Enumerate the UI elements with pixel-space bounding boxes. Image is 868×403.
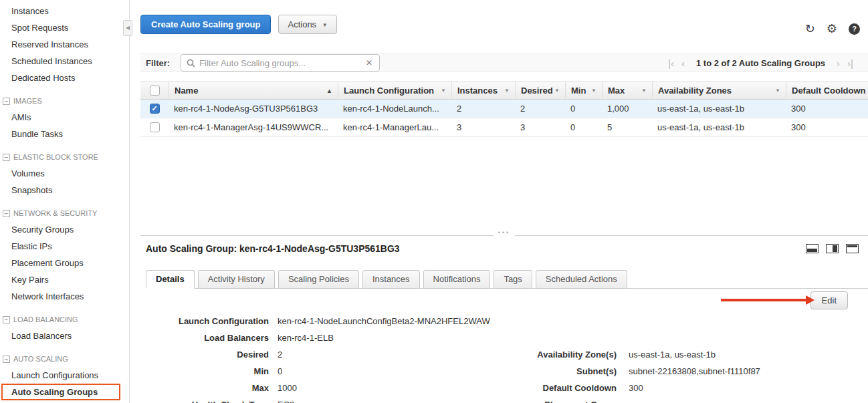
create-auto-scaling-group-button[interactable]: Create Auto Scaling group bbox=[140, 15, 271, 34]
chevron-down-icon: ▼ bbox=[591, 88, 596, 94]
column-header-availability-zones[interactable]: Availability Zones ▼ bbox=[652, 82, 786, 99]
column-header-default-cooldown[interactable]: Default Cooldown bbox=[786, 82, 868, 99]
field-launch-configuration: Launch Configuration ken-rc4-1-NodeLaunc… bbox=[140, 313, 515, 329]
gear-icon[interactable]: ⚙ bbox=[827, 23, 837, 35]
cell-min: 0 bbox=[565, 100, 602, 118]
sidebar-section-network-security[interactable]: − NETWORK & SECURITY bbox=[0, 205, 124, 221]
tab-activity-history[interactable]: Activity History bbox=[198, 270, 275, 289]
column-header-max[interactable]: Max ▼ bbox=[602, 82, 652, 99]
field-value: EC2 bbox=[278, 400, 294, 403]
field-label: Min bbox=[140, 366, 269, 376]
layout-side-pane-icon[interactable] bbox=[826, 244, 839, 253]
sidebar-section-images[interactable]: − IMAGES bbox=[0, 93, 124, 109]
field-availability-zones: Availability Zone(s) us-east-1a, us-east… bbox=[475, 346, 863, 363]
sidebar-collapse-button[interactable]: ◀ bbox=[123, 20, 132, 36]
sidebar-item-launch-configurations[interactable]: Launch Configurations bbox=[0, 367, 124, 384]
field-label: Load Balancers bbox=[140, 333, 269, 343]
column-header-min[interactable]: Min ▼ bbox=[565, 82, 602, 99]
row-checkbox[interactable] bbox=[150, 122, 160, 132]
table-row[interactable]: ken-rc4-1-ManagerAsg-14US9WWCR... ken-rc… bbox=[140, 118, 868, 137]
drag-handle-icon[interactable]: ••• bbox=[494, 229, 515, 236]
sidebar-item-snapshots[interactable]: Snapshots bbox=[0, 182, 124, 198]
sidebar: Instances Spot Requests Reserved Instanc… bbox=[0, 0, 124, 403]
previous-page-icon[interactable]: ‹ bbox=[681, 58, 685, 68]
chevron-left-icon: ◀ bbox=[126, 25, 130, 31]
sidebar-section-elastic-block-store[interactable]: − ELASTIC BLOCK STORE bbox=[0, 149, 124, 165]
sidebar-item-scheduled-instances[interactable]: Scheduled Instances bbox=[0, 53, 124, 70]
table-row[interactable]: ken-rc4-1-NodeAsg-G5TU3P561BG3 ken-rc4-1… bbox=[140, 100, 868, 118]
clear-filter-icon[interactable]: ✕ bbox=[364, 58, 374, 68]
column-header-launch-configuration[interactable]: Launch Configuration ▼ bbox=[338, 82, 451, 99]
help-icon[interactable]: ? bbox=[849, 23, 860, 35]
sidebar-item-bundle-tasks[interactable]: Bundle Tasks bbox=[0, 126, 124, 142]
section-label: AUTO SCALING bbox=[13, 351, 68, 367]
cell-desired: 3 bbox=[515, 118, 565, 136]
sidebar-item-spot-requests[interactable]: Spot Requests bbox=[0, 19, 124, 36]
sidebar-item-instances[interactable]: Instances bbox=[0, 3, 124, 19]
column-header-instances[interactable]: Instances ▼ bbox=[451, 82, 515, 99]
filter-input[interactable] bbox=[199, 58, 364, 68]
search-icon bbox=[187, 59, 195, 68]
field-label: Health Check Type bbox=[140, 400, 269, 403]
layout-full-pane-icon[interactable] bbox=[846, 244, 859, 253]
section-label: NETWORK & SECURITY bbox=[13, 205, 97, 221]
sidebar-item-network-interfaces[interactable]: Network Interfaces bbox=[0, 288, 124, 305]
tab-tags[interactable]: Tags bbox=[494, 270, 532, 289]
last-page-icon[interactable]: ›| bbox=[847, 58, 853, 68]
field-label: Default Cooldown bbox=[475, 383, 617, 393]
layout-bottom-pane-icon[interactable] bbox=[806, 244, 819, 253]
tab-instances[interactable]: Instances bbox=[362, 270, 420, 289]
chevron-down-icon: ▼ bbox=[322, 22, 328, 28]
column-label: Name bbox=[175, 86, 198, 96]
sidebar-item-load-balancers[interactable]: Load Balancers bbox=[0, 327, 124, 344]
section-label: LOAD BALANCING bbox=[13, 311, 78, 327]
sidebar-item-auto-scaling-groups[interactable]: Auto Scaling Groups bbox=[1, 384, 120, 400]
row-checkbox[interactable] bbox=[150, 104, 160, 114]
sidebar-item-amis[interactable]: AMIs bbox=[0, 109, 124, 126]
pagination: |‹ ‹ 1 to 2 of 2 Auto Scaling Groups › ›… bbox=[668, 58, 853, 68]
field-placement-group: Placement Group bbox=[475, 396, 863, 403]
tab-notifications[interactable]: Notifications bbox=[423, 270, 491, 289]
sidebar-item-elastic-ips[interactable]: Elastic IPs bbox=[0, 238, 124, 255]
cell-instances: 3 bbox=[451, 118, 515, 136]
tab-scheduled-actions[interactable]: Scheduled Actions bbox=[536, 270, 627, 289]
sidebar-section-auto-scaling[interactable]: − AUTO SCALING bbox=[0, 351, 124, 367]
tab-scaling-policies[interactable]: Scaling Policies bbox=[278, 270, 359, 289]
toolbar: Create Auto Scaling group Actions ▼ bbox=[140, 15, 337, 34]
field-desired: Desired 2 bbox=[140, 346, 515, 363]
sidebar-item-volumes[interactable]: Volumes bbox=[0, 165, 124, 182]
edit-button[interactable]: Edit bbox=[810, 291, 848, 309]
cell-availability-zones: us-east-1a, us-east-1b bbox=[652, 118, 786, 136]
refresh-icon[interactable]: ↻ bbox=[805, 23, 815, 35]
sidebar-section-load-balancing[interactable]: − LOAD BALANCING bbox=[0, 311, 124, 327]
field-label: Availability Zone(s) bbox=[475, 350, 617, 360]
column-header-select bbox=[140, 82, 169, 99]
column-label: Default Cooldown bbox=[792, 86, 866, 96]
field-subnets: Subnet(s) subnet-22163808,subnet-f1110f8… bbox=[475, 363, 863, 380]
sidebar-item-security-groups[interactable]: Security Groups bbox=[0, 221, 124, 238]
first-page-icon[interactable]: |‹ bbox=[668, 58, 674, 68]
main-content: Create Auto Scaling group Actions ▼ ↻ ⚙ … bbox=[140, 0, 868, 403]
sidebar-item-key-pairs[interactable]: Key Pairs bbox=[0, 271, 124, 288]
sidebar-item-dedicated-hosts[interactable]: Dedicated Hosts bbox=[0, 70, 124, 86]
split-divider[interactable]: ••• bbox=[140, 235, 868, 236]
cell-instances: 2 bbox=[451, 100, 515, 118]
cell-launch-configuration: ken-rc4-1-ManagerLau... bbox=[338, 118, 451, 136]
select-all-checkbox[interactable] bbox=[150, 86, 160, 96]
section-label: IMAGES bbox=[13, 93, 42, 109]
tab-details[interactable]: Details bbox=[146, 270, 195, 289]
cell-name: ken-rc4-1-NodeAsg-G5TU3P561BG3 bbox=[169, 100, 338, 118]
cell-availability-zones: us-east-1a, us-east-1b bbox=[652, 100, 786, 118]
search-box: ✕ bbox=[181, 54, 380, 72]
pagination-text: 1 to 2 of 2 Auto Scaling Groups bbox=[696, 58, 825, 68]
column-header-desired[interactable]: Desired ▼ bbox=[515, 82, 565, 99]
sidebar-item-reserved-instances[interactable]: Reserved Instances bbox=[0, 36, 124, 53]
field-value: 300 bbox=[629, 383, 643, 393]
cell-default-cooldown: 300 bbox=[786, 118, 868, 136]
column-header-name[interactable]: Name ▲ bbox=[169, 82, 338, 99]
actions-button[interactable]: Actions ▼ bbox=[278, 15, 336, 34]
field-value: 2 bbox=[278, 350, 282, 360]
filter-label: Filter: bbox=[146, 58, 170, 68]
next-page-icon[interactable]: › bbox=[837, 58, 840, 68]
sidebar-item-placement-groups[interactable]: Placement Groups bbox=[0, 255, 124, 271]
